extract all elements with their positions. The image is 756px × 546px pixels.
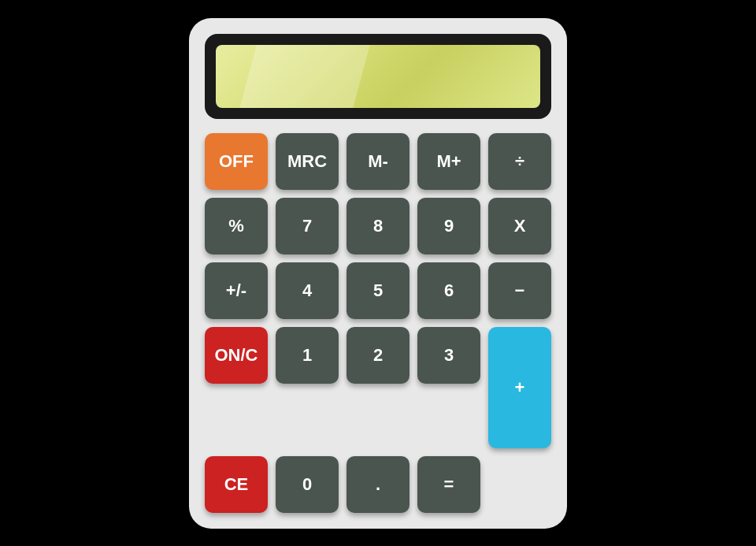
mplus-button[interactable]: M+ [417,133,480,190]
one-button[interactable]: 1 [276,327,339,384]
button-row-1: OFF MRC M- M+ ÷ [205,133,551,190]
nine-button[interactable]: 9 [417,198,480,254]
display-section [205,34,551,119]
ce-button[interactable]: CE [205,456,268,513]
seven-button[interactable]: 7 [276,198,339,254]
mrc-button[interactable]: MRC [276,133,339,190]
four-button[interactable]: 4 [276,262,339,319]
off-button[interactable]: OFF [205,133,268,190]
sign-button[interactable]: +/- [205,262,268,319]
calculator: OFF MRC M- M+ ÷ % 7 8 9 X +/- 4 5 6 − ON… [189,18,567,529]
mminus-button[interactable]: M- [346,133,410,190]
rows-4-5-container: ON/C 1 2 3 + CE 0 . = [205,327,551,513]
divide-button[interactable]: ÷ [488,133,551,190]
plus-button[interactable]: + [488,327,551,448]
button-row-3: +/- 4 5 6 − [205,262,551,319]
minus-button[interactable]: − [488,262,551,319]
buttons-section: OFF MRC M- M+ ÷ % 7 8 9 X +/- 4 5 6 − ON… [205,133,551,513]
eight-button[interactable]: 8 [346,198,410,254]
two-button[interactable]: 2 [346,327,410,384]
onc-button[interactable]: ON/C [205,327,268,384]
button-row-4: ON/C 1 2 3 + [205,327,551,448]
decimal-button[interactable]: . [346,456,410,513]
display-screen [216,45,540,108]
six-button[interactable]: 6 [417,262,480,319]
equals-button[interactable]: = [417,456,480,513]
button-row-5: CE 0 . = [205,456,551,513]
three-button[interactable]: 3 [417,327,480,384]
plus-spacer [488,456,551,513]
button-row-2: % 7 8 9 X [205,198,551,254]
five-button[interactable]: 5 [346,262,410,319]
zero-button[interactable]: 0 [276,456,339,513]
multiply-button[interactable]: X [488,198,551,254]
percent-button[interactable]: % [205,198,268,254]
